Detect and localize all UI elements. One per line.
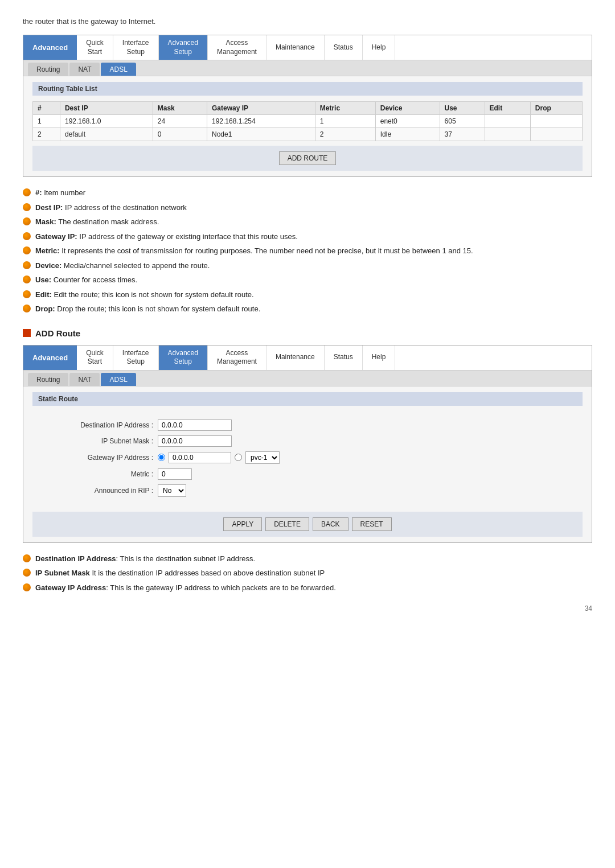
subnet-mask-input[interactable] [158,435,232,447]
cell-metric: 1 [315,115,375,128]
nav-help-2[interactable]: Help [363,345,396,370]
section-header-static: Static Route [32,392,583,406]
nav-brand-2: Advanced [23,345,77,370]
nav-brand: Advanced [23,35,77,60]
desc-text: Drop: Drop the route; this icon is not s… [35,303,260,315]
sub-nav-nat-2[interactable]: NAT [69,373,100,386]
desc-text: Gateway IP Address: This is the gateway … [35,582,336,594]
dest-ip-input[interactable] [158,419,232,431]
gateway-pvc-radio[interactable] [235,454,242,461]
gateway-ip-input[interactable] [169,452,231,463]
cell-dest-ip: 192.168.1.0 [60,115,153,128]
col-header-dest-ip: Dest IP [60,102,153,115]
form-row-announced: Announced in RIP : No Yes [67,484,577,497]
announced-select[interactable]: No Yes [158,484,186,497]
nav-access-management[interactable]: AccessManagement [208,35,266,60]
announced-label: Announced in RIP : [67,487,158,495]
desc-item-num: #: Item number [23,187,592,199]
nav-help[interactable]: Help [363,35,396,60]
sub-nav-adsl-2[interactable]: ADSL [101,373,136,386]
apply-button[interactable]: APPLY [223,517,262,531]
desc-item-device: Device: Media/channel selected to append… [23,260,592,271]
add-route-heading-icon [23,329,31,337]
form-row-dest-ip: Destination IP Address : [67,419,577,431]
cell-edit [485,128,530,141]
sub-nav-routing[interactable]: Routing [28,63,68,76]
cell-metric: 2 [315,128,375,141]
cell-mask: 24 [153,115,207,128]
desc-item-gateway-ip-addr: Gateway IP Address: This is the gateway … [23,582,592,594]
nav-status[interactable]: Status [325,35,363,60]
desc-item-ip-subnet-mask: IP Subnet Mask It is the destination IP … [23,567,592,579]
bullet-icon [23,583,31,591]
delete-button[interactable]: DELETE [265,517,309,531]
sub-nav-nat[interactable]: NAT [69,63,100,76]
cell-drop [530,115,582,128]
bullet-icon [23,554,31,562]
bullet-icon [23,232,31,240]
bullet-icon [23,290,31,298]
cell-device: Idle [375,128,440,141]
bullet-icon [23,246,31,254]
desc-item-gateway-ip: Gateway IP: IP address of the gateway or… [23,231,592,242]
gateway-ip-label: Gateway IP Address : [67,454,158,462]
desc-item-drop: Drop: Drop the route; this icon is not s… [23,303,592,315]
desc-text: Device: Media/channel selected to append… [35,260,210,271]
subnet-mask-label: IP Subnet Mask : [67,437,158,445]
description-list: #: Item number Dest IP: IP address of th… [23,187,592,315]
top-nav: Advanced QuickStart InterfaceSetup Advan… [23,35,592,60]
nav-quick-start-2[interactable]: QuickStart [77,345,113,370]
static-route-content: Static Route Destination IP Address : IP… [23,386,592,542]
sub-nav-routing-2[interactable]: Routing [28,373,68,386]
section-header-routing: Routing Table List [32,82,583,96]
cell-drop [530,128,582,141]
desc-text: Dest IP: IP address of the destination n… [35,202,187,213]
routing-table-panel: Advanced QuickStart InterfaceSetup Advan… [23,35,592,177]
static-route-form: Destination IP Address : IP Subnet Mask … [32,412,583,507]
col-header-mask: Mask [153,102,207,115]
metric-input[interactable] [158,468,192,480]
bullet-icon [23,188,31,196]
nav-access-management-2[interactable]: AccessManagement [208,345,266,370]
cell-gateway-ip: 192.168.1.254 [207,115,315,128]
bullet-icon [23,275,31,283]
form-row-subnet-mask: IP Subnet Mask : [67,435,577,447]
cell-mask: 0 [153,128,207,141]
static-route-panel: Advanced QuickStart InterfaceSetup Advan… [23,345,592,543]
nav-advanced-setup-2[interactable]: AdvancedSetup [159,345,208,370]
form-row-metric: Metric : [67,468,577,480]
col-header-use: Use [440,102,485,115]
nav-maintenance[interactable]: Maintenance [266,35,325,60]
gateway-ip-radio[interactable] [158,454,165,461]
page-number: 34 [23,604,592,612]
bullet-icon [23,305,31,312]
nav-status-2[interactable]: Status [325,345,363,370]
sub-nav: Routing NAT ADSL [23,60,592,76]
metric-label: Metric : [67,470,158,478]
desc-item-edit: Edit: Edit the route; this icon is not s… [23,289,592,301]
nav-interface-setup[interactable]: InterfaceSetup [113,35,159,60]
desc-text: Destination IP Address: This is the dest… [35,553,255,565]
dest-ip-label: Destination IP Address : [67,421,158,429]
nav-items-2: QuickStart InterfaceSetup AdvancedSetup … [77,345,592,370]
bullet-icon [23,217,31,225]
routing-table: # Dest IP Mask Gateway IP Metric Device … [32,101,583,141]
nav-advanced-setup[interactable]: AdvancedSetup [159,35,208,60]
cell-use: 37 [440,128,485,141]
nav-maintenance-2[interactable]: Maintenance [266,345,325,370]
desc-item-mask: Mask: The destination mask address. [23,216,592,228]
form-buttons-row: APPLY DELETE BACK RESET [32,512,583,537]
cell-num: 2 [33,128,60,141]
add-route-button[interactable]: ADD ROUTE [279,151,337,165]
nav-quick-start[interactable]: QuickStart [77,35,113,60]
reset-button[interactable]: RESET [352,517,392,531]
back-button[interactable]: BACK [313,517,348,531]
form-row-gateway-ip: Gateway IP Address : pvc-1 pvc-2 [67,451,577,464]
cell-edit [485,115,530,128]
sub-nav-adsl[interactable]: ADSL [101,63,136,76]
nav-interface-setup-2[interactable]: InterfaceSetup [113,345,159,370]
desc-item-use: Use: Counter for access times. [23,274,592,286]
col-header-device: Device [375,102,440,115]
gateway-pvc-select[interactable]: pvc-1 pvc-2 [245,451,280,464]
top-nav-2: Advanced QuickStart InterfaceSetup Advan… [23,345,592,371]
